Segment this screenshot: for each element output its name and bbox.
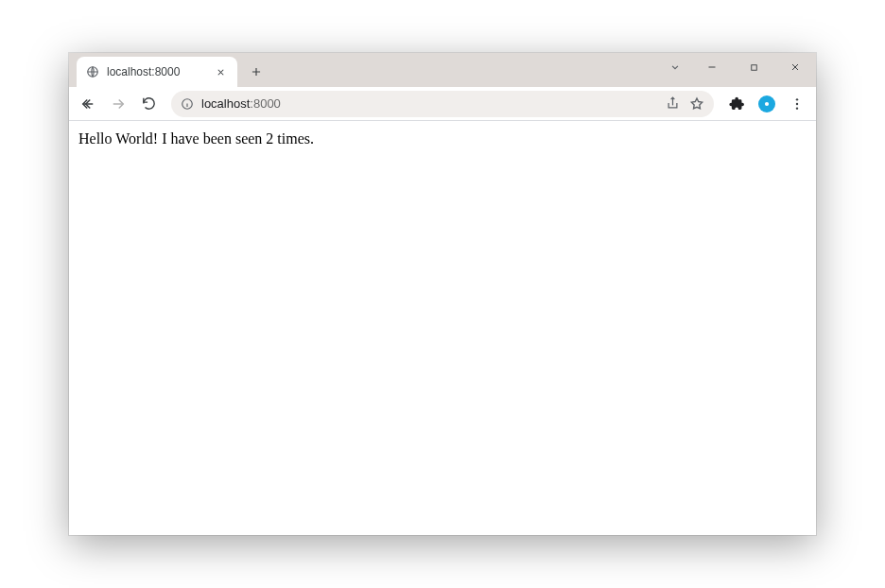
extension-circle-icon	[758, 95, 775, 112]
share-icon[interactable]	[666, 96, 680, 111]
address-bar[interactable]: localhost:8000	[171, 91, 714, 117]
toolbar: localhost:8000	[69, 87, 816, 121]
svg-point-4	[796, 98, 798, 100]
browser-tab[interactable]: localhost:8000	[77, 57, 237, 87]
new-tab-button[interactable]	[243, 59, 269, 85]
reload-button[interactable]	[135, 91, 162, 117]
menu-button[interactable]	[784, 91, 810, 117]
maximize-button[interactable]	[733, 53, 774, 81]
page-content: Hello World! I have been seen 2 times.	[69, 121, 816, 535]
extensions-button[interactable]	[723, 91, 750, 117]
svg-point-6	[796, 107, 798, 109]
close-tab-button[interactable]	[213, 64, 228, 79]
page-body-text: Hello World! I have been seen 2 times.	[78, 130, 314, 147]
globe-icon	[86, 65, 99, 78]
forward-button[interactable]	[105, 91, 131, 117]
extension-badge[interactable]	[754, 91, 780, 117]
svg-point-3	[765, 101, 769, 105]
tab-search-button[interactable]	[659, 53, 691, 81]
window-controls	[659, 53, 816, 81]
bookmark-icon[interactable]	[689, 96, 704, 112]
url-text: localhost:8000	[201, 96, 281, 111]
browser-window: localhost:8000	[69, 53, 816, 535]
svg-rect-1	[751, 64, 756, 70]
back-button[interactable]	[75, 91, 101, 117]
minimize-button[interactable]	[691, 53, 733, 81]
titlebar: localhost:8000	[69, 53, 816, 87]
url-host: localhost	[201, 96, 250, 111]
url-port: :8000	[250, 96, 281, 111]
tab-title: localhost:8000	[107, 65, 205, 78]
svg-point-5	[796, 102, 798, 104]
close-window-button[interactable]	[774, 53, 816, 81]
site-info-icon[interactable]	[181, 97, 194, 111]
